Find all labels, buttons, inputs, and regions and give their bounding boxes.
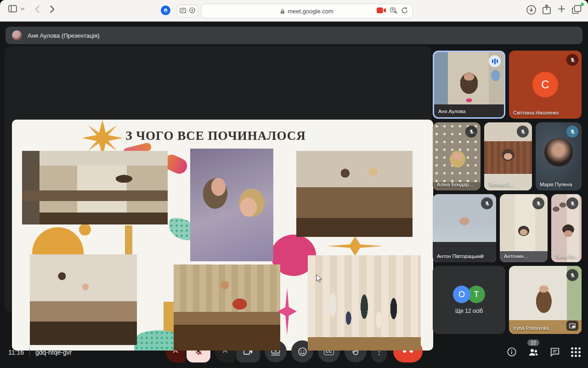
speaking-indicator-icon bbox=[489, 55, 501, 67]
mic-muted-icon bbox=[465, 126, 477, 138]
chat-icon bbox=[550, 347, 560, 357]
reader-view-icon[interactable] bbox=[180, 7, 186, 15]
participant-tile-anton-pivtoratskyi[interactable]: Антон Півторацький bbox=[433, 194, 496, 262]
downloads-icon[interactable] bbox=[526, 5, 536, 15]
translate-disabled-icon[interactable] bbox=[390, 7, 397, 15]
participant-name: Iryna Polovynka bbox=[513, 325, 549, 331]
mic-muted-icon bbox=[566, 126, 578, 138]
chevron-down-icon[interactable] bbox=[20, 7, 25, 11]
reload-icon[interactable] bbox=[401, 7, 408, 15]
apps-grid-icon bbox=[571, 347, 581, 357]
address-bar[interactable]: meet.google.com bbox=[201, 4, 413, 18]
mic-muted-icon bbox=[517, 126, 529, 138]
sidebar-toggle-icon[interactable] bbox=[8, 5, 17, 12]
apps-button[interactable] bbox=[571, 347, 581, 357]
divider bbox=[29, 349, 30, 356]
forward-button[interactable] bbox=[50, 5, 55, 13]
presenting-banner[interactable]: Аня Аулова (Презентація) bbox=[6, 27, 582, 44]
participant-tile-maria-pupena[interactable]: Марія Пупена bbox=[536, 122, 582, 190]
participant-tile-antonina[interactable]: Антонин... bbox=[500, 194, 548, 262]
slide-photo-selfie bbox=[190, 149, 273, 261]
participant-tile-anya-aulova[interactable]: Аня Аулова bbox=[433, 51, 505, 119]
mic-muted-icon bbox=[566, 269, 578, 281]
slide-photo-teacher-boy bbox=[30, 254, 137, 345]
camera-active-icon[interactable] bbox=[377, 7, 386, 15]
avatar: O bbox=[453, 286, 470, 303]
participant-tile-lina[interactable]: Лина Ко... bbox=[551, 194, 582, 262]
presenter-label: Аня Аулова (Презентація) bbox=[28, 32, 100, 39]
participant-tile-alina-bondar[interactable]: Аліна Бондар... bbox=[433, 122, 481, 190]
page-tools-group bbox=[176, 5, 198, 17]
mic-muted-icon bbox=[566, 54, 578, 66]
slide-photo-girl-dulcimer bbox=[174, 264, 280, 351]
overflow-participants-tile[interactable]: O T Ще 12 осіб bbox=[433, 266, 505, 334]
participant-count-badge: 22 bbox=[527, 339, 539, 346]
url-text: meet.google.com bbox=[288, 8, 334, 15]
emoji-icon bbox=[298, 347, 307, 356]
participants-button[interactable]: 22 bbox=[528, 347, 539, 357]
presentation-tile[interactable]: З ЧОГО ВСЕ ПОЧИНАЛОСЯ bbox=[5, 46, 431, 312]
zoom-page-icon[interactable] bbox=[189, 7, 195, 15]
overflow-avatars: O T bbox=[453, 286, 485, 303]
participant-tile-iryna-polovynka[interactable]: Iryna Polovynka bbox=[509, 266, 582, 334]
people-icon bbox=[528, 347, 539, 357]
participant-name: Тетяна С... bbox=[488, 182, 514, 187]
slide-canvas: З ЧОГО ВСЕ ПОЧИНАЛОСЯ bbox=[12, 120, 433, 351]
meeting-code: gdq-hfqe-gvr bbox=[35, 349, 72, 356]
mic-muted-icon bbox=[532, 197, 544, 209]
slide-photo-family bbox=[308, 255, 421, 351]
camera-in-use-indicator bbox=[581, 3, 584, 6]
extension-icon[interactable] bbox=[161, 6, 170, 15]
mic-muted-icon bbox=[481, 197, 493, 209]
participant-name: Світлана Ніколенко bbox=[513, 110, 559, 115]
browser-toolbar: meet.google.com bbox=[0, 0, 588, 22]
presenter-avatar bbox=[12, 30, 22, 40]
avatar bbox=[544, 138, 573, 167]
chat-button[interactable] bbox=[550, 347, 560, 357]
tab-overview-icon[interactable] bbox=[572, 5, 582, 14]
new-tab-icon[interactable] bbox=[558, 5, 565, 13]
participant-name: Марія Пупена bbox=[540, 182, 572, 187]
share-icon[interactable] bbox=[543, 4, 551, 15]
browser-window: meet.google.com Аня Аулова (Презентація) bbox=[0, 0, 588, 368]
clock: 11:16 bbox=[8, 349, 24, 356]
participant-name: Антон Півторацький bbox=[437, 253, 484, 259]
participant-name: Аня Аулова bbox=[438, 109, 465, 114]
overflow-label: Ще 12 осіб bbox=[455, 308, 483, 314]
lock-icon bbox=[280, 8, 285, 14]
avatar: С bbox=[532, 72, 558, 98]
meeting-details-button[interactable] bbox=[507, 347, 517, 357]
slide-photo-classroom bbox=[22, 151, 168, 224]
picture-in-picture-icon[interactable] bbox=[566, 321, 578, 331]
participant-tile-svitlana-nikolenko[interactable]: С Світлана Ніколенко bbox=[509, 51, 582, 119]
participant-name: Лина Ко... bbox=[555, 253, 578, 259]
participant-name: Антонин... bbox=[504, 253, 528, 259]
decoration-pink-star bbox=[277, 288, 297, 335]
mic-muted-icon bbox=[566, 197, 578, 209]
slide-title: З ЧОГО ВСЕ ПОЧИНАЛОСЯ bbox=[12, 129, 419, 143]
mouse-cursor bbox=[316, 274, 322, 285]
participant-tile-tetiana[interactable]: Тетяна С... bbox=[484, 122, 532, 190]
back-button[interactable] bbox=[35, 5, 40, 13]
decoration-orange-star4 bbox=[327, 236, 383, 256]
meeting-info: 11:16 gdq-hfqe-gvr bbox=[8, 349, 72, 356]
meeting-panels: 22 bbox=[507, 347, 581, 357]
participant-name: Аліна Бондар... bbox=[437, 182, 473, 187]
info-icon bbox=[507, 347, 517, 357]
slide-photo-two-kids bbox=[296, 151, 413, 237]
decoration-orange-dot bbox=[79, 224, 91, 236]
